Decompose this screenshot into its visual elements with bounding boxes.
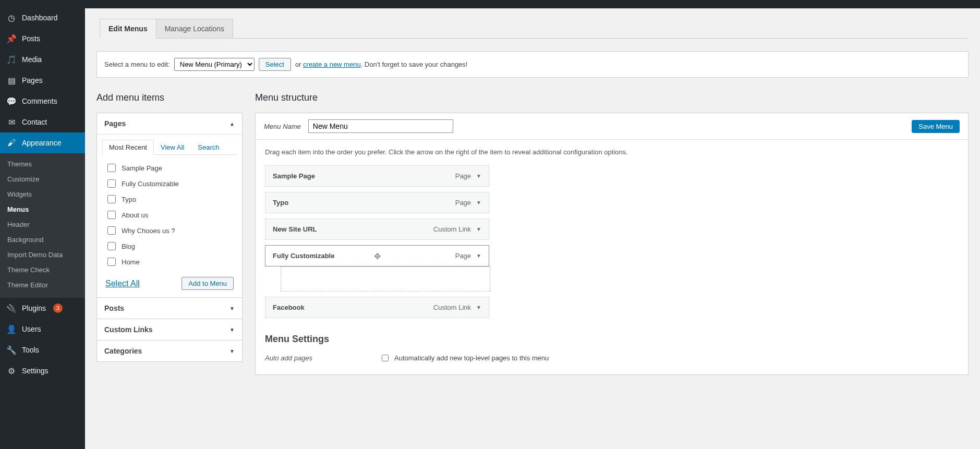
menu-name-label: Menu Name [264,123,301,130]
page-checkbox[interactable] [107,242,116,250]
brush-icon: 🖌 [6,138,17,148]
caret-up-icon: ▲ [229,121,235,127]
caret-down-icon: ▼ [229,327,235,333]
auto-add-checkbox[interactable] [382,355,389,361]
sub-themes[interactable]: Themes [0,156,85,172]
caret-down-icon[interactable]: ▼ [476,226,481,232]
page-checkbox[interactable] [107,258,116,266]
nav-pages[interactable]: ▤Pages [0,70,85,91]
nav-tools[interactable]: 🔧Tools [0,339,85,360]
select-all-link[interactable]: Select All [105,279,140,288]
mail-icon: ✉ [6,117,17,127]
panel-pages-head[interactable]: Pages ▲ [97,113,242,134]
nav-comments[interactable]: 💬Comments [0,91,85,112]
page-checkbox[interactable] [107,211,116,219]
subtab-viewall[interactable]: View All [154,140,191,154]
page-checkbox[interactable] [107,179,116,188]
menu-item-dragging[interactable]: Fully Customizable ✥ Page▼ [265,245,489,266]
nav-appearance[interactable]: 🖌Appearance [0,132,85,153]
select-menu-button[interactable]: Select [259,58,291,71]
panel-posts-head[interactable]: Posts▼ [97,298,242,319]
plugin-icon: 🔌 [6,303,17,313]
nav-settings[interactable]: ⚙Settings [0,360,85,381]
create-menu-link[interactable]: create a new menu [303,60,361,68]
nav-label: Tools [22,346,39,354]
sub-header[interactable]: Header [0,217,85,232]
panel-posts: Posts▼ [96,297,243,319]
pages-subtabs: Most Recent View All Search [102,140,237,155]
auto-add-label: Auto add pages [265,354,364,362]
page-checkbox-row[interactable]: Home [104,254,235,270]
nav-label: Users [22,325,41,333]
subtab-recent[interactable]: Most Recent [102,140,154,155]
menu-structure-box: Menu Name Save Menu Drag each item into … [255,113,969,375]
comment-icon: 💬 [6,96,17,106]
panel-title: Categories [104,347,142,355]
pin-icon: 📌 [6,33,17,44]
page-checkbox-row[interactable]: Fully Customizable [104,176,235,191]
sub-themecheck[interactable]: Theme Check [0,262,85,277]
tab-manage-locations[interactable]: Manage Locations [156,19,233,38]
nav-label: Comments [22,97,57,105]
caret-down-icon[interactable]: ▼ [476,305,481,310]
nav-dashboard[interactable]: ◷Dashboard [0,7,85,28]
sub-menus[interactable]: Menus [0,202,85,217]
plugins-badge: 3 [53,304,63,313]
sub-import[interactable]: Import Demo Data [0,247,85,262]
sub-customize[interactable]: Customize [0,172,85,187]
menu-item[interactable]: Typo Page▼ [265,192,489,213]
nav-posts[interactable]: 📌Posts [0,28,85,49]
save-menu-button[interactable]: Save Menu [912,120,960,133]
drop-placeholder [281,266,490,292]
menu-name-input[interactable] [308,119,453,133]
nav-label: Contact [22,118,47,126]
nav-label: Dashboard [22,14,58,22]
structure-heading: Menu structure [255,92,969,103]
sub-background[interactable]: Background [0,232,85,247]
sub-themeeditor[interactable]: Theme Editor [0,277,85,293]
nav-users[interactable]: 👤Users [0,319,85,339]
page-checkbox[interactable] [107,195,116,203]
user-icon: 👤 [6,324,17,334]
menu-select[interactable]: New Menu (Primary) [174,58,255,71]
add-items-heading: Add menu items [96,92,243,103]
subtab-search[interactable]: Search [191,140,226,154]
page-checkbox[interactable] [107,226,116,235]
panel-customlinks-head[interactable]: Custom Links▼ [97,319,242,340]
menu-item[interactable]: New Site URL Custom Link▼ [265,219,489,240]
caret-down-icon[interactable]: ▼ [476,253,481,259]
nav-label: Plugins [22,304,46,312]
tab-edit-menus[interactable]: Edit Menus [100,19,156,39]
page-checkbox[interactable] [107,164,116,172]
panel-title: Custom Links [104,325,153,334]
caret-down-icon[interactable]: ▼ [476,173,481,179]
sliders-icon: ⚙ [6,366,17,376]
page-checkbox-row[interactable]: Typo [104,191,235,207]
caret-down-icon[interactable]: ▼ [476,200,481,205]
page-checkbox-row[interactable]: About us [104,207,235,223]
page-checkbox-row[interactable]: Blog [104,238,235,254]
menu-item[interactable]: Sample Page Page▼ [265,165,489,187]
auto-add-checkbox-row[interactable]: Automatically add new top-level pages to… [380,353,549,363]
page-checkbox-row[interactable]: Sample Page [104,160,235,176]
page-checkbox-row[interactable]: Why Chooes us ? [104,223,235,238]
media-icon: 🎵 [6,54,17,65]
move-icon: ✥ [374,251,381,261]
panel-categories-head[interactable]: Categories▼ [97,341,242,361]
picker-or: or create a new menu. Don't forget to sa… [295,60,468,68]
main-content: Edit Menus Manage Locations Select a men… [85,7,980,449]
admin-sidebar: ◷Dashboard 📌Posts 🎵Media ▤Pages 💬Comment… [0,7,85,449]
nav-label: Appearance [22,139,62,147]
admin-topbar [0,0,980,8]
add-to-menu-button[interactable]: Add to Menu [182,277,234,290]
sub-widgets[interactable]: Widgets [0,187,85,202]
nav-contact[interactable]: ✉Contact [0,112,85,132]
wrench-icon: 🔧 [6,345,17,355]
panel-pages: Pages ▲ Most Recent View All Search Samp… [96,113,243,298]
nav-plugins[interactable]: 🔌Plugins3 [0,298,85,319]
picker-label: Select a menu to edit: [104,60,170,68]
panel-categories: Categories▼ [96,340,243,362]
nav-media[interactable]: 🎵Media [0,49,85,70]
menu-item[interactable]: Facebook Custom Link▼ [265,297,489,318]
caret-down-icon: ▼ [229,348,235,354]
